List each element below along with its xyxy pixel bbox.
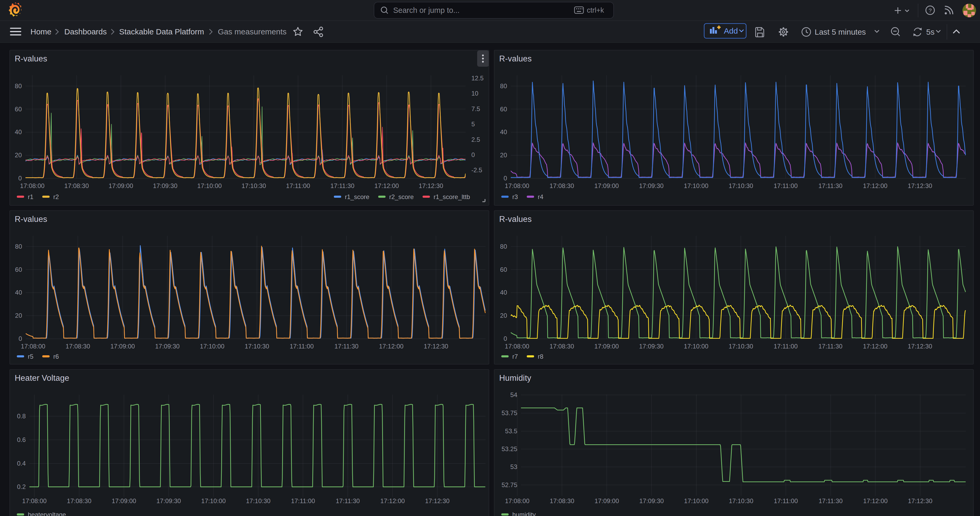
svg-text:17:11:30: 17:11:30 [336,497,360,505]
svg-text:17:10:30: 17:10:30 [245,343,269,350]
svg-text:17:11:30: 17:11:30 [818,182,843,190]
svg-text:60: 60 [500,105,507,113]
svg-text:17:08:00: 17:08:00 [505,343,529,350]
svg-text:17:08:30: 17:08:30 [550,182,574,190]
svg-text:r1_score_lttb: r1_score_lttb [434,193,470,201]
svg-text:80: 80 [500,83,507,89]
svg-text:0: 0 [19,335,22,342]
svg-text:0: 0 [504,175,507,182]
svg-text:80: 80 [500,243,507,250]
svg-text:40: 40 [500,289,507,296]
svg-text:80: 80 [15,243,22,250]
svg-text:0.6: 0.6 [17,436,26,443]
svg-text:17:12:00: 17:12:00 [374,182,399,190]
svg-text:17:09:30: 17:09:30 [640,497,664,505]
svg-text:17:12:30: 17:12:30 [425,497,450,505]
svg-text:17:09:30: 17:09:30 [155,343,180,350]
svg-text:53.75: 53.75 [501,409,517,416]
svg-text:17:08:00: 17:08:00 [21,343,45,350]
svg-text:r5: r5 [28,353,33,360]
svg-text:60: 60 [15,266,22,273]
svg-text:Home: Home [30,27,51,36]
svg-text:r4: r4 [538,193,543,201]
svg-text:Add: Add [724,27,738,35]
svg-text:17:08:00: 17:08:00 [505,182,529,190]
svg-text:17:08:30: 17:08:30 [64,182,89,190]
svg-text:17:10:00: 17:10:00 [684,182,708,190]
svg-text:5: 5 [471,121,475,127]
svg-text:17:10:00: 17:10:00 [201,497,226,505]
svg-text:0.2: 0.2 [17,483,26,490]
svg-text:17:09:30: 17:09:30 [639,182,663,190]
svg-text:17:12:00: 17:12:00 [380,497,405,505]
svg-text:Stackable Data Platform: Stackable Data Platform [119,27,204,36]
svg-text:17:10:30: 17:10:30 [729,497,753,505]
svg-text:17:08:30: 17:08:30 [65,343,90,350]
svg-text:-2.5: -2.5 [471,167,482,174]
svg-text:17:11:00: 17:11:00 [774,497,798,505]
svg-text:0.4: 0.4 [17,460,26,467]
svg-text:17:12:00: 17:12:00 [863,497,888,505]
svg-text:80: 80 [15,83,22,89]
svg-text:17:12:30: 17:12:30 [908,182,932,190]
svg-text:r2: r2 [53,193,59,201]
svg-text:Dashboards: Dashboards [64,27,107,36]
svg-text:10: 10 [471,90,479,97]
svg-text:17:08:00: 17:08:00 [22,497,46,505]
svg-text:52.75: 52.75 [501,481,517,489]
svg-text:r6: r6 [53,353,59,360]
svg-text:r3: r3 [512,193,518,201]
svg-text:17:11:30: 17:11:30 [334,343,358,350]
svg-text:Last 5 minutes: Last 5 minutes [815,27,866,36]
svg-text:53: 53 [510,463,517,470]
svg-text:40: 40 [15,128,22,135]
svg-text:60: 60 [15,105,22,113]
svg-text:20: 20 [500,151,507,159]
svg-text:r7: r7 [512,353,518,360]
svg-text:17:10:30: 17:10:30 [729,182,753,190]
svg-text:r8: r8 [538,353,543,360]
svg-text:humidity: humidity [512,511,536,516]
svg-text:0: 0 [471,151,475,158]
svg-text:17:11:30: 17:11:30 [818,343,843,350]
svg-text:17:11:00: 17:11:00 [290,343,314,350]
svg-text:17:12:30: 17:12:30 [418,182,443,190]
svg-text:17:09:30: 17:09:30 [156,497,181,505]
svg-text:r2_score: r2_score [389,193,414,201]
svg-text:ctrl+k: ctrl+k [587,6,604,14]
svg-text:53.25: 53.25 [501,445,517,452]
svg-text:0.8: 0.8 [17,412,26,420]
svg-text:r1: r1 [28,193,33,201]
svg-text:17:11:30: 17:11:30 [819,497,843,505]
svg-text:heatervoltage: heatervoltage [28,511,66,516]
svg-text:0: 0 [504,335,507,342]
svg-text:53.5: 53.5 [505,427,517,435]
svg-text:Search or jump to...: Search or jump to... [393,6,460,14]
svg-text:17:10:30: 17:10:30 [246,497,270,505]
svg-text:r1_score: r1_score [345,193,369,201]
svg-text:17:11:00: 17:11:00 [286,182,310,190]
svg-text:17:12:30: 17:12:30 [908,343,932,350]
svg-text:20: 20 [15,151,22,159]
svg-text:17:09:30: 17:09:30 [153,182,177,190]
svg-text:17:08:30: 17:08:30 [550,497,574,505]
svg-text:17:09:00: 17:09:00 [595,497,619,505]
svg-text:17:08:30: 17:08:30 [67,497,91,505]
svg-text:17:09:00: 17:09:00 [111,497,136,505]
svg-text:17:08:00: 17:08:00 [20,182,45,190]
svg-text:17:10:30: 17:10:30 [242,182,266,190]
svg-text:17:09:00: 17:09:00 [594,182,619,190]
svg-text:17:12:00: 17:12:00 [863,182,887,190]
svg-text:17:10:30: 17:10:30 [729,343,753,350]
svg-text:40: 40 [15,289,22,296]
svg-text:17:08:30: 17:08:30 [550,343,574,350]
svg-text:17:10:00: 17:10:00 [684,497,708,505]
svg-text:Gas measurements: Gas measurements [218,27,286,36]
svg-text:?: ? [929,7,932,13]
svg-text:17:11:00: 17:11:00 [291,497,315,505]
svg-text:0: 0 [18,175,22,182]
svg-text:17:12:30: 17:12:30 [424,343,448,350]
svg-text:17:12:00: 17:12:00 [379,343,403,350]
svg-text:17:11:00: 17:11:00 [774,343,798,350]
svg-text:17:10:00: 17:10:00 [197,182,221,190]
